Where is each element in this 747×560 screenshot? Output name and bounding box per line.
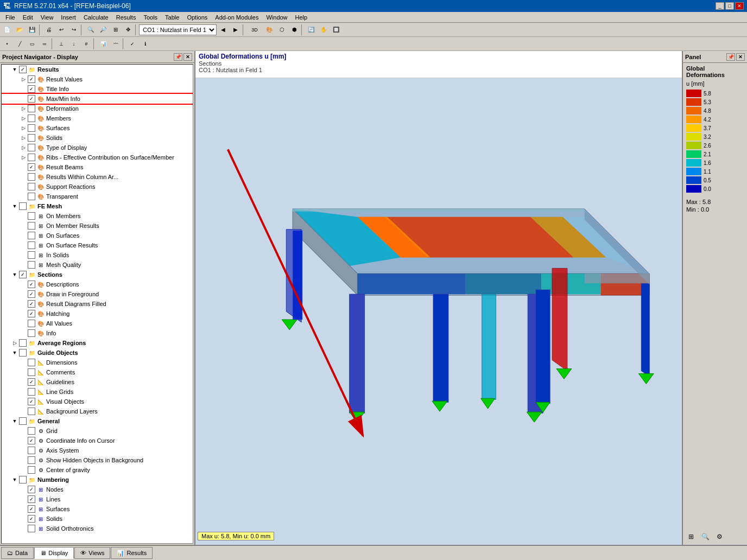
check-num[interactable]: [19, 476, 27, 483]
panel-pin[interactable]: 📌: [174, 53, 182, 61]
maximize-btn[interactable]: □: [725, 2, 734, 10]
check-is[interactable]: [28, 251, 35, 259]
tb2-nodes[interactable]: •: [1, 38, 13, 50]
tb-rotate[interactable]: 🔄: [305, 24, 317, 36]
tb-redo[interactable]: ↪: [68, 24, 80, 36]
tab-views[interactable]: 👁 Views: [74, 547, 110, 559]
tb-zoom-window[interactable]: 🔲: [330, 24, 342, 36]
check-hat[interactable]: [28, 310, 35, 317]
tree-descriptions[interactable]: ▷ 🎨 Descriptions: [2, 279, 193, 289]
expand-femesh[interactable]: ▼: [10, 202, 19, 211]
check-gl[interactable]: [28, 378, 35, 386]
tree-surfaces-num[interactable]: ▷ ⊞ Surfaces: [2, 504, 193, 514]
check-bl[interactable]: [28, 408, 35, 415]
check-soln[interactable]: [28, 515, 35, 523]
tb2-info[interactable]: ℹ: [139, 38, 151, 50]
tb2-check[interactable]: ✓: [126, 38, 138, 50]
check-mq[interactable]: [28, 261, 35, 269]
menu-help[interactable]: Help: [292, 14, 311, 21]
tb-prev[interactable]: ◀: [217, 24, 229, 36]
tb-print[interactable]: 🖨: [43, 24, 55, 36]
tree-maxmin[interactable]: ▷ 🎨 Max/Min Info: [2, 94, 193, 104]
menu-file[interactable]: File: [2, 14, 18, 21]
check-rdf[interactable]: [28, 300, 35, 308]
expand[interactable]: ▷: [19, 133, 28, 142]
expand-num[interactable]: ▼: [10, 475, 19, 484]
tree-numbering-root[interactable]: ▼ 📁 Numbering: [2, 475, 193, 485]
check-grid[interactable]: [28, 427, 35, 435]
tree-sections-root[interactable]: ▼ 📁 Sections: [2, 270, 193, 279]
menu-calculate[interactable]: Calculate: [80, 14, 112, 21]
check-go[interactable]: [19, 349, 27, 357]
tb2-lines[interactable]: ╱: [14, 38, 26, 50]
rp-icon-3[interactable]: ⚙: [713, 531, 725, 543]
tree-solid-orth[interactable]: ▷ ⊞ Solid Orthotronics: [2, 524, 193, 533]
check-nodes[interactable]: [28, 486, 35, 493]
expand[interactable]: ▷: [19, 153, 28, 162]
expand[interactable]: ▷: [19, 143, 28, 152]
tree-transparent[interactable]: ▷ 🎨 Transparent: [2, 192, 193, 201]
check-om[interactable]: [28, 212, 35, 220]
tree-hatching[interactable]: ▷ 🎨 Hatching: [2, 309, 193, 319]
check-omr[interactable]: [28, 222, 35, 230]
check-femesh[interactable]: [19, 202, 27, 210]
tree-avg-regions[interactable]: ▷ 📁 Average Regions: [2, 338, 193, 348]
check-sr[interactable]: [28, 183, 35, 190]
tb-pan[interactable]: ✋: [318, 24, 330, 36]
tree-femesh-root[interactable]: ▼ 📁 FE Mesh: [2, 201, 193, 211]
check-cg[interactable]: [28, 466, 35, 474]
expand[interactable]: ▷: [19, 114, 28, 123]
tree-results-col[interactable]: ▷ 🎨 Results Within Column Ar...: [2, 172, 193, 182]
tree-support-reactions[interactable]: ▷ 🎨 Support Reactions: [2, 182, 193, 192]
tb2-mesh[interactable]: #: [80, 38, 92, 50]
tree-container[interactable]: ▼ 📁 Results ▷ 🎨 Result Values ▷ 🎨: [1, 64, 193, 544]
check-ti[interactable]: [28, 85, 35, 93]
tb2-surfaces[interactable]: ▭: [26, 38, 38, 50]
check-osr[interactable]: [28, 241, 35, 249]
tb-zoom-out[interactable]: 🔎: [97, 24, 109, 36]
check-os[interactable]: [28, 232, 35, 239]
tree-nodes[interactable]: ▷ ⊞ Nodes: [2, 485, 193, 494]
check-ribs[interactable]: [28, 154, 35, 161]
check-tr[interactable]: [28, 193, 35, 200]
tb-3d[interactable]: 3D: [246, 24, 263, 36]
tb-render[interactable]: 🎨: [263, 24, 275, 36]
tree-result-diagrams[interactable]: ▷ 🎨 Result Diagrams Filled: [2, 299, 193, 309]
tree-on-members[interactable]: ▷ ⊞ On Members: [2, 211, 193, 221]
tab-results[interactable]: 📊 Results: [111, 547, 153, 559]
tab-display[interactable]: 🖥 Display: [34, 547, 74, 559]
expand-gen[interactable]: ▼: [10, 417, 19, 425]
tree-mesh-quality[interactable]: ▷ ⊞ Mesh Quality: [2, 260, 193, 270]
tree-dimensions[interactable]: ▷ 📐 Dimensions: [2, 358, 193, 367]
check-sections[interactable]: [19, 271, 27, 278]
tb-zoom-in[interactable]: 🔍: [85, 24, 97, 36]
check-ar[interactable]: [19, 339, 27, 347]
tb-next[interactable]: ▶: [230, 24, 242, 36]
menu-edit[interactable]: Edit: [20, 14, 36, 21]
tree-type-display[interactable]: ▷ 🎨 Type of Display: [2, 143, 193, 152]
right-close[interactable]: ✕: [736, 53, 745, 61]
title-bar-controls[interactable]: _ □ ✕: [716, 2, 744, 10]
tree-line-grids[interactable]: ▷ 📐 Line Grids: [2, 387, 193, 397]
check-surf[interactable]: [28, 124, 35, 132]
check-df[interactable]: [28, 290, 35, 298]
tb-filled[interactable]: ⬢: [288, 24, 300, 36]
tb-select[interactable]: ⊞: [110, 24, 122, 36]
check-dim[interactable]: [28, 359, 35, 366]
check-mem[interactable]: [28, 114, 35, 122]
tb-undo[interactable]: ↩: [55, 24, 67, 36]
tree-draw-foreground[interactable]: ▷ 🎨 Draw in Foreground: [2, 289, 193, 299]
expand[interactable]: ▷: [19, 75, 28, 84]
check-lines[interactable]: [28, 495, 35, 503]
tb2-loads[interactable]: ↓: [68, 38, 80, 50]
tb-move[interactable]: ✥: [122, 24, 134, 36]
panel-header-btns[interactable]: 📌 ✕: [174, 53, 192, 61]
check-rv[interactable]: [28, 75, 35, 83]
tree-on-member-results[interactable]: ▷ ⊞ On Member Results: [2, 221, 193, 231]
check-ho[interactable]: [28, 456, 35, 464]
tree-ribs[interactable]: ▷ 🎨 Ribs - Effective Contribution on Sur…: [2, 152, 193, 162]
tb2-results[interactable]: 📊: [97, 38, 109, 50]
close-btn[interactable]: ✕: [735, 2, 744, 10]
expand-results[interactable]: ▼: [10, 65, 19, 74]
tree-deformation[interactable]: ▷ 🎨 Deformation: [2, 104, 193, 113]
